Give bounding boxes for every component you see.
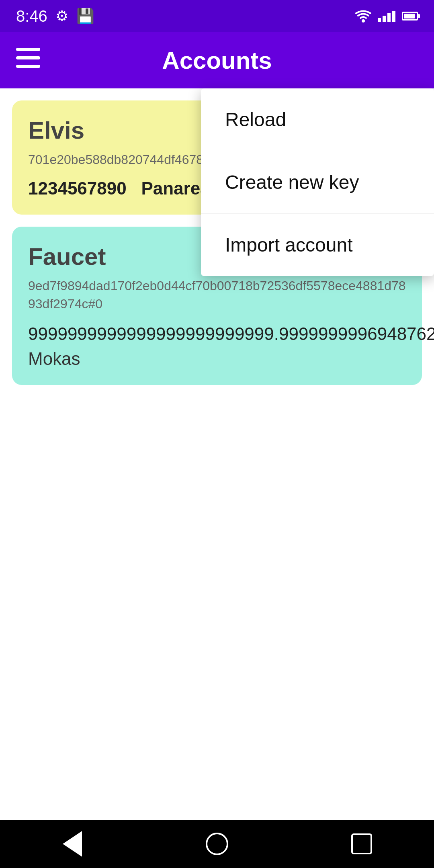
status-bar: 8:46 ⚙ 💾 bbox=[0, 0, 434, 32]
faucet-account-network: Mokas bbox=[28, 349, 406, 369]
menu-button[interactable] bbox=[16, 48, 40, 73]
dropdown-menu: Reload Create new key Import account bbox=[201, 88, 434, 276]
svg-point-0 bbox=[362, 19, 365, 23]
toolbar: Accounts bbox=[0, 32, 434, 88]
battery-icon bbox=[402, 12, 418, 20]
faucet-account-balance: 9999999999999999999999999.99999999969487… bbox=[28, 322, 406, 345]
status-icons bbox=[355, 10, 418, 23]
menu-item-import-account[interactable]: Import account bbox=[201, 214, 434, 276]
settings-icon: ⚙ bbox=[55, 8, 68, 25]
status-time: 8:46 bbox=[16, 7, 47, 25]
signal-icon bbox=[378, 10, 395, 22]
page-title: Accounts bbox=[56, 47, 378, 74]
menu-item-create-new-key[interactable]: Create new key bbox=[201, 151, 434, 214]
svg-rect-1 bbox=[16, 48, 40, 51]
bottom-navigation bbox=[0, 820, 434, 868]
nav-home-button[interactable] bbox=[201, 828, 233, 860]
nav-recent-button[interactable] bbox=[346, 828, 378, 860]
sdcard-icon: 💾 bbox=[76, 8, 94, 25]
wifi-icon bbox=[355, 10, 371, 23]
faucet-account-hash: 9ed7f9894dad170f2eb0d44cf70b00718b72536d… bbox=[28, 277, 406, 313]
nav-back-button[interactable] bbox=[56, 828, 88, 860]
svg-rect-3 bbox=[16, 65, 40, 68]
menu-item-reload[interactable]: Reload bbox=[201, 88, 434, 151]
svg-rect-2 bbox=[16, 56, 40, 59]
